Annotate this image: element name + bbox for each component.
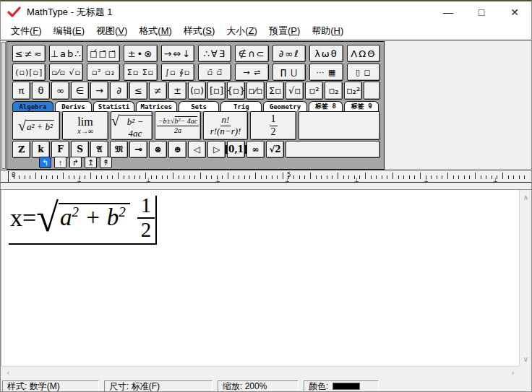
- symbol-theta[interactable]: θ: [32, 82, 50, 100]
- tab-label-9[interactable]: 标签 9: [344, 101, 379, 111]
- overbar-templates-palette[interactable]: ▫̄ ▫⃗: [198, 64, 231, 81]
- equation: x= √ a2 + b2 1 2: [9, 194, 157, 245]
- menu-style[interactable]: 样式(S): [178, 22, 220, 40]
- misc-symbols-palette[interactable]: ∂∞ℓ: [273, 45, 306, 62]
- fence-templates-palette[interactable]: (▫)[▫]: [12, 64, 46, 81]
- matrix-templates-palette[interactable]: ⋯ ▦: [309, 64, 343, 81]
- template-fraction[interactable]: ▫⁄▫: [246, 82, 265, 100]
- expr-fraktur-a[interactable]: 𝔄: [90, 141, 108, 158]
- expr-blackboard-k[interactable]: k: [32, 141, 50, 158]
- scroll-down-button[interactable]: ∨: [520, 353, 532, 365]
- expr-limit-button[interactable]: lim x→∞: [62, 111, 108, 140]
- expr-oplus[interactable]: ⊕: [168, 141, 186, 158]
- template-sqrt[interactable]: √▫: [286, 82, 304, 100]
- operator-symbols-palette[interactable]: ±•⊗: [124, 45, 157, 62]
- minimize-button[interactable]: —: [432, 1, 465, 22]
- tab-matrices[interactable]: Matrices: [136, 101, 177, 111]
- scroll-up-button[interactable]: ∧: [520, 191, 532, 203]
- embellishments-palette[interactable]: ◻́◻̄◻̈: [87, 45, 120, 62]
- sum-templates-palette[interactable]: Σ▫ Σ▫: [124, 64, 157, 81]
- menu-format[interactable]: 格式(M): [133, 22, 178, 40]
- expr-multimap[interactable]: ⊸: [129, 141, 147, 158]
- template-superscript[interactable]: ▫²: [305, 82, 323, 100]
- expr-one-half-button[interactable]: 1 2: [250, 111, 296, 140]
- fraction-radical-templates-palette[interactable]: ▫⁄▫ √▫: [49, 64, 82, 81]
- greek-lowercase-palette[interactable]: λωθ: [309, 45, 343, 62]
- tab-label-8[interactable]: 标签 8: [309, 101, 343, 111]
- expr-blackboard-s[interactable]: S: [71, 141, 89, 158]
- integral-templates-palette[interactable]: ∫▫ ∮▫: [161, 64, 194, 81]
- menu-edit[interactable]: 编辑(E): [48, 22, 90, 40]
- tab-trig[interactable]: Trig: [220, 101, 262, 111]
- nav-arrow-up-dot[interactable]: ↟: [100, 157, 112, 168]
- tab-sets[interactable]: Sets: [179, 101, 220, 111]
- arrow-symbols-palette[interactable]: →⇔↓: [161, 45, 194, 62]
- script-templates-palette[interactable]: ▫² ▫₂: [87, 64, 120, 81]
- category-tab-bar: AlgebraDerivsStatistiMatricesSetsTrigGeo…: [12, 101, 380, 111]
- horizontal-scrollbar[interactable]: ‹ ›: [1, 366, 520, 378]
- menu-preferences[interactable]: 预置(P): [263, 22, 306, 40]
- symbol-element-of[interactable]: ∈: [71, 82, 89, 100]
- set-theory-palette[interactable]: ∉∩⊂: [235, 45, 268, 62]
- greek-uppercase-palette[interactable]: ΛΩΘ: [347, 45, 380, 62]
- menu-help[interactable]: 帮助(H): [306, 22, 349, 40]
- product-union-templates-palette[interactable]: ∏ ⋃: [273, 64, 306, 81]
- expr-unit-interval[interactable]: [0,1]: [227, 141, 245, 158]
- expr-sqrt-a2-b2-button[interactable]: √ a² + b²: [12, 111, 60, 140]
- template-brackets[interactable]: [▫]: [207, 82, 226, 100]
- symbol-neq[interactable]: ≠: [149, 82, 167, 100]
- close-button[interactable]: ✕: [498, 1, 531, 22]
- expr-left-triangle[interactable]: ◁: [188, 141, 206, 158]
- template-summation[interactable]: Σ▫: [266, 82, 284, 100]
- scrollbar-corner: [519, 366, 531, 378]
- mathtype-window: MathType - 无标题 1 — □ ✕ 文件(F)编辑(E)视图(V)格式…: [0, 0, 532, 392]
- nav-arrow-up-bar[interactable]: ↥: [85, 157, 97, 168]
- radical-sign: √: [111, 113, 119, 129]
- toolbar-zone: ≤≠≈⊥ab∴◻́◻̄◻̈±•⊗→⇔↓∴∀∃∉∩⊂∂∞ℓλωθΛΩΘ (▫)[▫…: [1, 40, 531, 170]
- template-parentheses[interactable]: (▫): [188, 82, 206, 100]
- symbol-partial[interactable]: ∂: [110, 82, 128, 100]
- symbol-plus-minus[interactable]: ±: [168, 82, 186, 100]
- tab-derivs[interactable]: Derivs: [55, 101, 92, 111]
- vertical-scrollbar[interactable]: ∧ ∨: [519, 190, 531, 366]
- toolbar-grip[interactable]: [1, 42, 6, 169]
- nav-arrow-insert-active[interactable]: ↰: [39, 157, 51, 168]
- expr-right-triangle[interactable]: ▷: [207, 141, 226, 158]
- expr-quadratic-formula-button[interactable]: −b±√b²− 4ac 2a: [155, 111, 201, 140]
- expr-infinity[interactable]: ∞: [246, 141, 265, 158]
- tab-statisti[interactable]: Statisti: [93, 101, 134, 111]
- template-subscript[interactable]: ▫₂: [325, 82, 343, 100]
- status-size: 尺寸: 标准(F): [104, 380, 213, 392]
- logic-symbols-palette[interactable]: ∴∀∃: [198, 45, 231, 62]
- box-templates-palette[interactable]: ▯ ◻: [347, 64, 380, 81]
- spacing-ellipses-palette[interactable]: ⊥ab∴: [49, 45, 82, 62]
- tab-algebra[interactable]: Algebra: [12, 101, 53, 111]
- scroll-left-button[interactable]: ‹: [2, 367, 14, 378]
- nav-arrow-up-hook[interactable]: ↱: [69, 157, 82, 168]
- expr-otimes[interactable]: ⊗: [149, 141, 167, 158]
- labeled-arrow-templates-palette[interactable]: → ⇌: [235, 64, 268, 81]
- expr-sqrt-2[interactable]: √2: [266, 141, 284, 158]
- menu-size[interactable]: 大小(Z): [220, 22, 263, 40]
- ruler[interactable]: 0 5 ⊥ ⊥ ⊥ ⊥ ⊥ ⊥ ⊥: [1, 170, 531, 183]
- maximize-button[interactable]: □: [465, 1, 498, 22]
- symbol-right-arrow[interactable]: →: [90, 82, 108, 100]
- nav-arrow-up[interactable]: ↑: [54, 157, 66, 168]
- expr-blackboard-f[interactable]: F: [51, 141, 69, 158]
- expr-sqrt-discriminant-button[interactable]: √ b² − 4ac: [111, 111, 153, 140]
- expr-combination-button[interactable]: n! r!(n−r)!: [203, 111, 248, 140]
- symbol-infinity[interactable]: ∞: [51, 82, 69, 100]
- relational-symbols-palette[interactable]: ≤≠≈: [12, 45, 46, 62]
- symbol-pi[interactable]: π: [12, 82, 30, 100]
- symbol-leq[interactable]: ≤: [129, 82, 147, 100]
- tab-geometry[interactable]: Geometry: [263, 101, 306, 111]
- template-braces[interactable]: {▫}: [227, 82, 245, 100]
- menu-file[interactable]: 文件(F): [5, 22, 48, 40]
- scroll-right-button[interactable]: ›: [507, 367, 519, 378]
- expr-fraktur-m[interactable]: 𝔐: [110, 141, 128, 158]
- insertion-arrow-buttons: ↰↑↱↥↟: [39, 157, 112, 168]
- template-subsup[interactable]: ▫₂²: [344, 82, 362, 100]
- expr-blackboard-z[interactable]: ℤ: [12, 141, 30, 158]
- equation-edit-area[interactable]: x= √ a2 + b2 1 2: [1, 190, 520, 366]
- menu-view[interactable]: 视图(V): [90, 22, 133, 40]
